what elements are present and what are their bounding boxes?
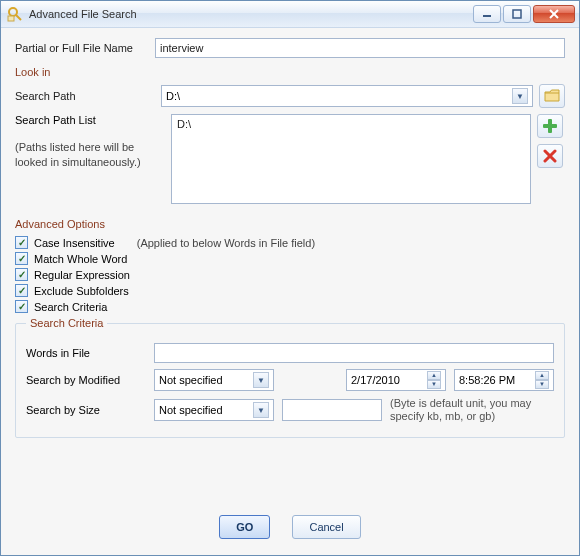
spin-down-icon[interactable]: ▼: [535, 380, 549, 389]
svg-line-1: [16, 15, 21, 20]
button-bar: GO Cancel: [1, 515, 579, 539]
close-button[interactable]: [533, 5, 575, 23]
search-path-combo[interactable]: D:\ ▼: [161, 85, 533, 107]
regular-expression-label: Regular Expression: [34, 269, 130, 281]
window-title: Advanced File Search: [29, 8, 473, 20]
search-criteria-group: Search Criteria Words in File Search by …: [15, 317, 565, 438]
svg-rect-2: [8, 16, 14, 21]
search-criteria-checkbox[interactable]: ✓: [15, 300, 28, 313]
chevron-down-icon[interactable]: ▼: [512, 88, 528, 104]
size-hint: (Byte is default unit, you may specify k…: [390, 397, 554, 423]
app-icon: [7, 6, 23, 22]
path-list-item[interactable]: D:\: [177, 118, 525, 130]
browse-folder-button[interactable]: [539, 84, 565, 108]
size-input[interactable]: [282, 399, 382, 421]
advanced-title: Advanced Options: [15, 218, 565, 230]
search-path-list-label: Search Path List: [15, 114, 165, 126]
exclude-subfolders-checkbox[interactable]: ✓: [15, 284, 28, 297]
chevron-down-icon[interactable]: ▼: [253, 372, 269, 388]
svg-point-0: [9, 8, 17, 16]
date-spinner[interactable]: 2/17/2010 ▲▼: [346, 369, 446, 391]
search-criteria-legend: Search Criteria: [26, 317, 107, 329]
dialog-window: Advanced File Search Partial or Full Fil…: [0, 0, 580, 556]
filename-input[interactable]: [155, 38, 565, 58]
filename-label: Partial or Full File Name: [15, 42, 155, 54]
words-in-file-input[interactable]: [154, 343, 554, 363]
client-area: Partial or Full File Name Look in Search…: [1, 28, 579, 555]
regular-expression-checkbox[interactable]: ✓: [15, 268, 28, 281]
search-by-size-select[interactable]: Not specified ▼: [154, 399, 274, 421]
case-insensitive-checkbox[interactable]: ✓: [15, 236, 28, 249]
go-button[interactable]: GO: [219, 515, 270, 539]
exclude-subfolders-label: Exclude Subfolders: [34, 285, 129, 297]
spin-up-icon[interactable]: ▲: [427, 371, 441, 380]
search-path-label: Search Path: [15, 90, 155, 102]
svg-rect-4: [513, 10, 521, 18]
search-by-modified-label: Search by Modified: [26, 374, 146, 386]
applied-note: (Applied to below Words in File field): [137, 237, 315, 249]
path-hint-1: (Paths listed here will be: [15, 140, 165, 155]
words-in-file-label: Words in File: [26, 347, 146, 359]
path-hint-2: looked in simultaneously.): [15, 155, 165, 170]
title-bar[interactable]: Advanced File Search: [1, 1, 579, 28]
lookin-title: Look in: [15, 66, 565, 78]
spin-down-icon[interactable]: ▼: [427, 380, 441, 389]
add-path-button[interactable]: [537, 114, 563, 138]
search-path-list[interactable]: D:\: [171, 114, 531, 204]
svg-rect-8: [543, 124, 557, 128]
search-by-size-label: Search by Size: [26, 404, 146, 416]
minimize-button[interactable]: [473, 5, 501, 23]
search-criteria-label: Search Criteria: [34, 301, 107, 313]
search-path-value: D:\: [166, 90, 180, 102]
match-whole-word-checkbox[interactable]: ✓: [15, 252, 28, 265]
cancel-button[interactable]: Cancel: [292, 515, 360, 539]
spin-up-icon[interactable]: ▲: [535, 371, 549, 380]
search-by-modified-select[interactable]: Not specified ▼: [154, 369, 274, 391]
maximize-button[interactable]: [503, 5, 531, 23]
time-spinner[interactable]: 8:58:26 PM ▲▼: [454, 369, 554, 391]
window-buttons: [473, 5, 575, 23]
match-whole-word-label: Match Whole Word: [34, 253, 127, 265]
chevron-down-icon[interactable]: ▼: [253, 402, 269, 418]
remove-path-button[interactable]: [537, 144, 563, 168]
case-insensitive-label: Case Insensitive: [34, 237, 115, 249]
